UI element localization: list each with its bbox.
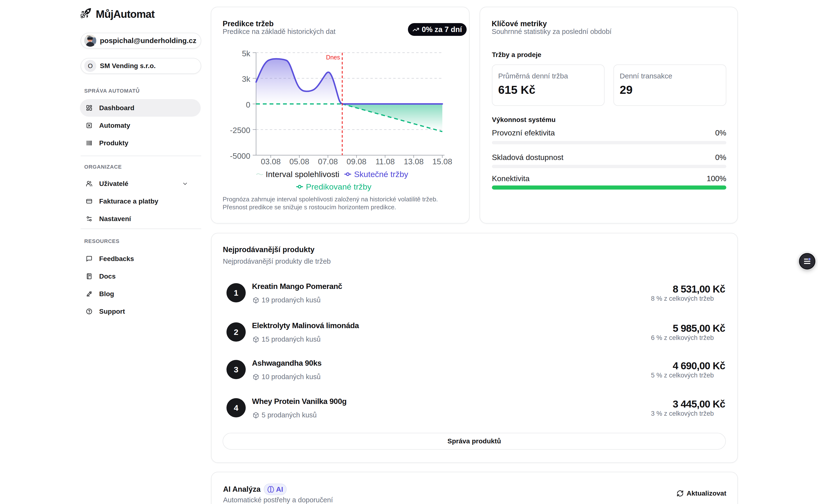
svg-text:Poke: Poke bbox=[87, 35, 90, 37]
svg-text:11.08: 11.08 bbox=[375, 157, 395, 166]
svg-text:05.08: 05.08 bbox=[289, 157, 309, 166]
svg-text:-5000: -5000 bbox=[230, 152, 250, 160]
svg-text:0: 0 bbox=[246, 100, 250, 109]
svg-text:Dnes: Dnes bbox=[326, 54, 340, 61]
svg-text:5k: 5k bbox=[242, 49, 250, 58]
svg-text:13.08: 13.08 bbox=[404, 157, 424, 166]
svg-text:09.08: 09.08 bbox=[346, 157, 366, 166]
svg-text:03.08: 03.08 bbox=[261, 157, 281, 166]
svg-text:07.08: 07.08 bbox=[318, 157, 338, 166]
svg-text:15.08: 15.08 bbox=[433, 157, 453, 166]
svg-text:3k: 3k bbox=[242, 75, 250, 83]
svg-text:-2500: -2500 bbox=[230, 126, 250, 135]
